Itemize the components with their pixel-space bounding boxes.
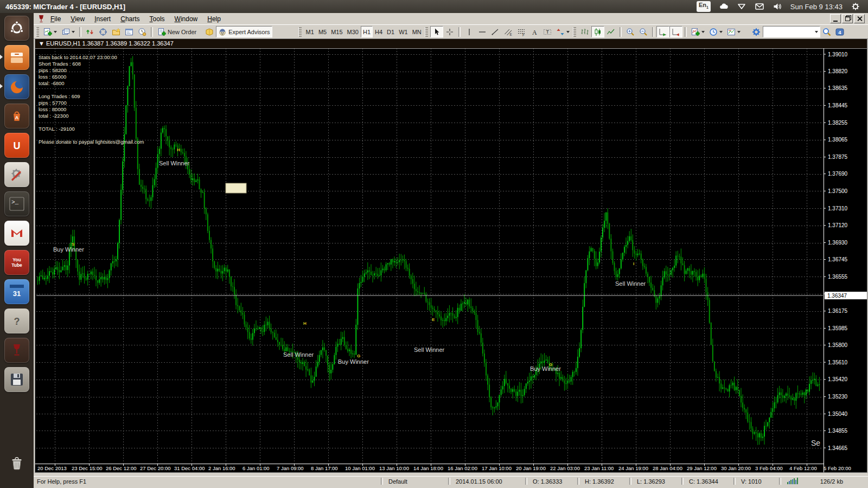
mql4-badge-button[interactable]: 4 [833,26,846,37]
launcher-files[interactable] [4,45,29,70]
timeframe-mn-button[interactable]: MN [410,26,424,37]
time-tick: 6 Jan 01:00 [242,465,270,471]
trade-label: Sell Winner [159,160,190,166]
bar-chart-mode-button[interactable] [578,26,591,37]
status-separator [525,478,527,485]
text-label-tool-button[interactable]: T [541,26,554,37]
launcher-software-center[interactable]: A [4,104,29,129]
network-activity-icon [787,477,801,485]
chevron-down-icon[interactable] [815,31,818,35]
mail-indicator[interactable] [755,2,764,11]
time-tick: 16 Jan 02:00 [448,465,477,471]
menu-help[interactable]: Help [202,14,226,24]
timeframe-h1-button[interactable]: H1 [361,26,373,37]
close-button[interactable] [854,14,865,23]
timeframe-w1-button[interactable]: W1 [397,26,410,37]
volume-indicator[interactable] [773,2,782,11]
vertical-line-tool-button[interactable] [463,26,476,37]
metaeditor-button[interactable] [203,26,216,37]
expert-advisors-button[interactable]: Expert Advisors [216,26,272,37]
launcher-ubuntu-one[interactable]: U [4,133,29,158]
line-chart-mode-button[interactable] [604,26,617,37]
launcher-gmail[interactable] [4,221,29,246]
fibonacci-tool-button[interactable]: F [515,26,528,37]
chart-object-box[interactable] [226,183,246,193]
data-window-button[interactable] [97,26,110,37]
launcher-ubuntu-dash[interactable] [4,16,29,41]
chart-window[interactable]: Stats back to 2014.02.07 23:00:00Short T… [35,38,867,473]
equidistant-channel-tool-button[interactable]: E [502,26,515,37]
clock[interactable]: Sun Feb 9 13:43 [790,3,843,11]
chart-profiles-button[interactable] [59,26,77,37]
network-indicator[interactable] [737,2,746,11]
launcher-youtube[interactable]: YouTube [4,250,29,275]
price-chart[interactable]: Sell WinnerBuy WinnerSell WinnerBuy Winn… [35,39,867,472]
keyboard-indicator[interactable]: En1 [697,1,711,11]
horizontal-line-tool-button[interactable] [476,26,489,37]
menu-file[interactable]: File [46,14,66,24]
menu-charts[interactable]: Charts [116,14,144,24]
auto-scroll-button[interactable] [656,26,669,37]
templates-button[interactable] [725,26,743,37]
svg-text:A: A [532,28,537,36]
strategy-tester-button[interactable] [136,26,149,37]
candlestick-mode-button[interactable] [591,26,604,37]
price-tick: 1.37120 [828,222,848,228]
launcher-floppy[interactable] [4,367,29,392]
time-tick: 5 Feb 20:00 [824,465,851,471]
market-watch-button[interactable] [84,26,97,37]
settings-gear-button[interactable] [750,26,763,37]
svg-text:E: E [509,32,512,36]
timeframe-h4-button[interactable]: H4 [373,26,385,37]
price-tick: 1.38445 [828,102,848,108]
search-button-button[interactable] [820,26,833,37]
indicators-list-button[interactable] [689,26,707,37]
timeframe-m30-button[interactable]: M30 [345,26,361,37]
files-icon [9,49,25,66]
menu-tools[interactable]: Tools [145,14,170,24]
toolbar-grip[interactable] [36,27,39,37]
metaeditor-icon [205,28,214,36]
arrows-tool-button[interactable] [554,26,572,37]
timeframe-m1-button[interactable]: M1 [304,26,316,37]
zoom-in-button[interactable] [624,26,637,37]
cursor-tool-button[interactable] [430,26,443,37]
timeframe-d1-button[interactable]: D1 [385,26,397,37]
time-tick: 20 Dec 2013 [37,465,67,471]
timeframe-m5-button[interactable]: M5 [316,26,329,37]
label-icon: T [543,28,552,36]
launcher-calendar[interactable]: 31 [4,279,29,304]
menu-view[interactable]: View [66,14,90,24]
menu-window[interactable]: Window [170,14,203,24]
chart-shift-button[interactable] [669,26,682,37]
terminal-panel-button[interactable] [123,26,136,37]
trade-label: Sell Winner [615,280,646,287]
zoom-out-button[interactable] [637,26,650,37]
launcher-help[interactable]: ? [4,309,29,333]
toolbar-grip[interactable] [425,27,428,37]
menu-insert[interactable]: Insert [90,14,116,24]
status-separator [577,478,579,485]
launcher-wine[interactable] [4,338,29,363]
toolbar-grip[interactable] [298,27,302,37]
timeframe-m15-button[interactable]: M15 [329,26,344,37]
launcher-firefox[interactable] [4,74,29,99]
terminal-icon: >_ [9,196,25,212]
cloud-indicator[interactable] [719,2,729,11]
launcher-trash[interactable] [4,451,29,476]
launcher-system-settings[interactable] [4,162,29,187]
navigator-button[interactable] [110,26,123,37]
close-icon [857,16,862,21]
launcher-terminal[interactable]: >_ [4,191,29,216]
periods-button[interactable] [707,26,725,37]
toolbar-grip[interactable] [573,27,576,37]
text-tool-button[interactable]: A [528,26,541,37]
restore-button[interactable] [842,14,853,23]
session-menu[interactable] [851,2,860,11]
minimize-button[interactable] [830,14,841,23]
toolbar-search-input[interactable] [765,28,815,36]
trendline-tool-button[interactable] [489,26,502,37]
new-chart-button[interactable] [41,26,59,37]
crosshair-tool-button[interactable] [443,26,456,37]
new-order-button[interactable]: New Order [155,26,199,37]
